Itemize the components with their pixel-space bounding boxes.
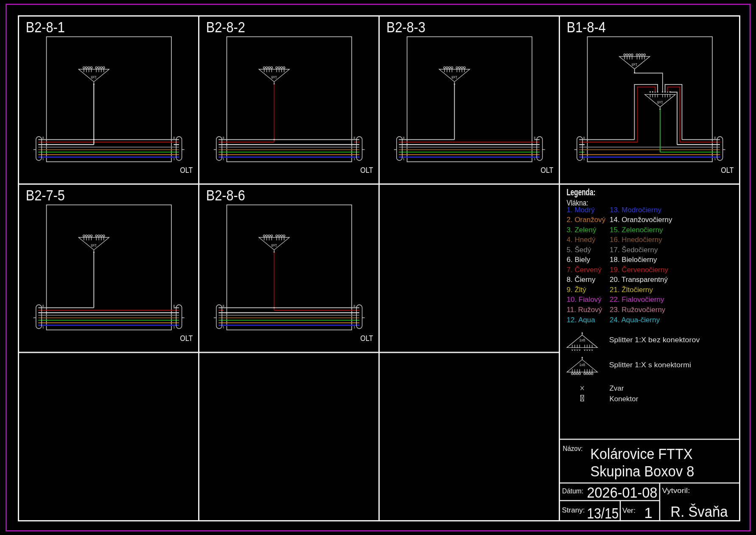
svg-text:2. Oranžový: 2. Oranžový	[567, 216, 606, 224]
svg-text:16. Hnedočierny: 16. Hnedočierny	[610, 236, 662, 244]
svg-text:10. Fialový: 10. Fialový	[567, 296, 602, 304]
svg-text:19. Červenočierny: 19. Červenočierny	[610, 266, 668, 274]
svg-text:Zvar: Zvar	[609, 384, 624, 392]
svg-text:1: 1	[403, 158, 405, 160]
svg-text:9. Žltý: 9. Žltý	[567, 286, 587, 294]
svg-text:1x8: 1x8	[271, 243, 277, 248]
svg-text:18. Bieločierny: 18. Bieločierny	[610, 256, 657, 264]
svg-text:Splitter 1:X s konektormi: Splitter 1:X s konektormi	[609, 361, 691, 369]
svg-text:8: 8	[42, 136, 44, 139]
svg-text:21. Žltočierny: 21. Žltočierny	[610, 286, 653, 294]
svg-text:1. Modrý: 1. Modrý	[567, 206, 595, 214]
svg-text:Legenda:: Legenda:	[567, 187, 596, 197]
svg-text:8: 8	[173, 304, 175, 307]
svg-text:Dátum:: Dátum:	[562, 487, 583, 495]
svg-text:7. Červený: 7. Červený	[567, 266, 602, 274]
svg-text:8: 8	[714, 136, 716, 139]
svg-text:1x8: 1x8	[91, 75, 97, 79]
svg-text:OLT: OLT	[180, 166, 193, 175]
svg-text:1x8: 1x8	[271, 75, 277, 79]
svg-text:23. Ružovočierny: 23. Ružovočierny	[610, 306, 666, 314]
svg-text:1: 1	[42, 158, 44, 160]
svg-text:B2-8-1: B2-8-1	[26, 19, 65, 36]
svg-text:1: 1	[173, 158, 175, 160]
svg-text:15. Zelenočierny: 15. Zelenočierny	[610, 226, 663, 234]
svg-text:OLT: OLT	[360, 334, 373, 343]
svg-text:8: 8	[42, 304, 44, 307]
svg-text:22. Fialovočierny: 22. Fialovočierny	[610, 296, 664, 304]
svg-text:1: 1	[714, 158, 716, 160]
svg-text:Názov:: Názov:	[563, 445, 583, 453]
svg-text:1: 1	[644, 504, 652, 521]
svg-text:5. Šedý: 5. Šedý	[567, 246, 591, 254]
svg-text:R. Švaňa: R. Švaňa	[671, 503, 728, 520]
svg-text:B1-8-4: B1-8-4	[567, 19, 606, 36]
svg-text:1: 1	[173, 326, 175, 329]
svg-text:8: 8	[223, 304, 224, 307]
svg-text:4. Hnedý: 4. Hnedý	[567, 236, 596, 244]
svg-text:OLT: OLT	[540, 166, 553, 175]
svg-text:Skupina Boxov 8: Skupina Boxov 8	[591, 463, 694, 480]
svg-text:B2-7-5: B2-7-5	[26, 187, 65, 204]
svg-text:1x8: 1x8	[579, 338, 585, 342]
svg-text:13/15: 13/15	[587, 505, 619, 521]
svg-text:8: 8	[403, 136, 405, 139]
svg-text:OLT: OLT	[721, 166, 734, 175]
svg-text:2026-01-08: 2026-01-08	[587, 484, 658, 501]
svg-text:8: 8	[353, 304, 355, 307]
svg-text:1: 1	[42, 326, 44, 329]
svg-text:1x8: 1x8	[91, 243, 97, 248]
svg-text:1: 1	[353, 326, 355, 329]
svg-text:24. Aqua-čierny: 24. Aqua-čierny	[610, 316, 660, 324]
svg-text:B2-8-3: B2-8-3	[386, 19, 426, 36]
svg-text:B2-8-2: B2-8-2	[206, 19, 245, 36]
svg-text:1x8: 1x8	[632, 62, 638, 67]
svg-text:1x8: 1x8	[579, 363, 585, 367]
svg-text:Splitter 1:X bez konektorov: Splitter 1:X bez konektorov	[609, 336, 700, 344]
svg-text:12. Aqua: 12. Aqua	[567, 316, 596, 324]
svg-text:Vytvoril:: Vytvoril:	[662, 487, 690, 495]
svg-text:8: 8	[583, 136, 585, 139]
svg-text:8. Čierny: 8. Čierny	[567, 276, 596, 284]
svg-text:8: 8	[353, 136, 355, 139]
svg-text:8: 8	[534, 136, 535, 139]
svg-text:Strany:: Strany:	[562, 506, 585, 514]
svg-text:Kolárovice FTTX: Kolárovice FTTX	[591, 445, 693, 462]
svg-text:1x8: 1x8	[657, 100, 663, 104]
svg-text:11. Ružový: 11. Ružový	[567, 306, 602, 314]
svg-text:8: 8	[173, 136, 175, 139]
svg-text:B2-8-6: B2-8-6	[206, 187, 245, 204]
svg-text:17. Šedočierny: 17. Šedočierny	[610, 246, 658, 254]
svg-text:6. Biely: 6. Biely	[567, 256, 591, 264]
svg-text:Ver:: Ver:	[622, 507, 636, 515]
svg-text:1: 1	[353, 158, 355, 160]
svg-text:Konektor: Konektor	[609, 395, 638, 403]
svg-text:14. Oranžovočierny: 14. Oranžovočierny	[610, 216, 672, 224]
svg-text:20. Transparentný: 20. Transparentný	[610, 276, 668, 284]
svg-text:1x8: 1x8	[451, 75, 457, 79]
svg-text:OLT: OLT	[180, 334, 193, 343]
svg-text:1: 1	[534, 158, 535, 160]
svg-text:3. Zelený: 3. Zelený	[567, 226, 596, 234]
svg-text:8: 8	[223, 136, 224, 139]
svg-text:13. Modročierny: 13. Modročierny	[610, 206, 661, 214]
svg-text:OLT: OLT	[360, 166, 373, 175]
svg-text:1: 1	[583, 158, 585, 160]
svg-text:1: 1	[223, 326, 224, 329]
svg-text:1: 1	[223, 158, 224, 160]
